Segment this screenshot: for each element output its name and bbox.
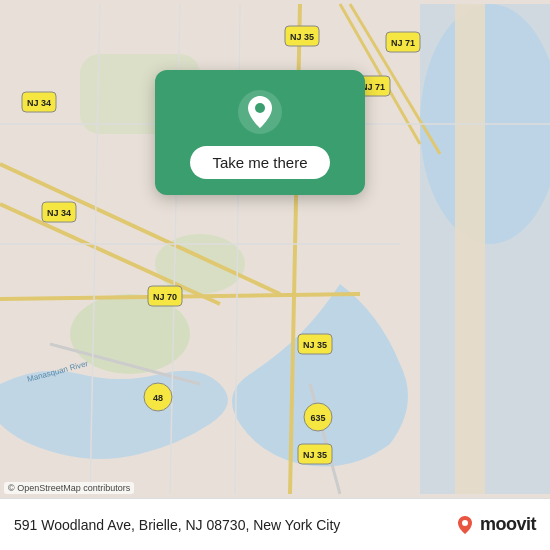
svg-text:NJ 35: NJ 35	[303, 340, 327, 350]
address-text: 591 Woodland Ave, Brielle, NJ 08730, New…	[14, 517, 454, 533]
moovit-pin-icon	[454, 514, 476, 536]
svg-text:NJ 34: NJ 34	[27, 98, 51, 108]
svg-text:NJ 34: NJ 34	[47, 208, 71, 218]
svg-text:NJ 71: NJ 71	[391, 38, 415, 48]
svg-text:48: 48	[153, 393, 163, 403]
bottom-bar: 591 Woodland Ave, Brielle, NJ 08730, New…	[0, 498, 550, 550]
svg-text:NJ 70: NJ 70	[153, 292, 177, 302]
svg-text:NJ 35: NJ 35	[290, 32, 314, 42]
svg-point-43	[462, 520, 468, 526]
moovit-logo: moovit	[454, 514, 536, 536]
svg-text:NJ 35: NJ 35	[303, 450, 327, 460]
location-card[interactable]: Take me there	[155, 70, 365, 195]
location-pin-icon	[236, 88, 284, 136]
osm-credit: © OpenStreetMap contributors	[4, 482, 134, 494]
svg-point-42	[255, 103, 265, 113]
svg-rect-6	[455, 4, 485, 494]
map-area: NJ 34 NJ 34 NJ 35 NJ 71 NJ 71 NJ 70 NJ 3…	[0, 0, 550, 498]
take-me-there-button[interactable]: Take me there	[190, 146, 329, 179]
app-container: NJ 34 NJ 34 NJ 35 NJ 71 NJ 71 NJ 70 NJ 3…	[0, 0, 550, 550]
svg-text:635: 635	[310, 413, 325, 423]
moovit-brand-text: moovit	[480, 514, 536, 535]
